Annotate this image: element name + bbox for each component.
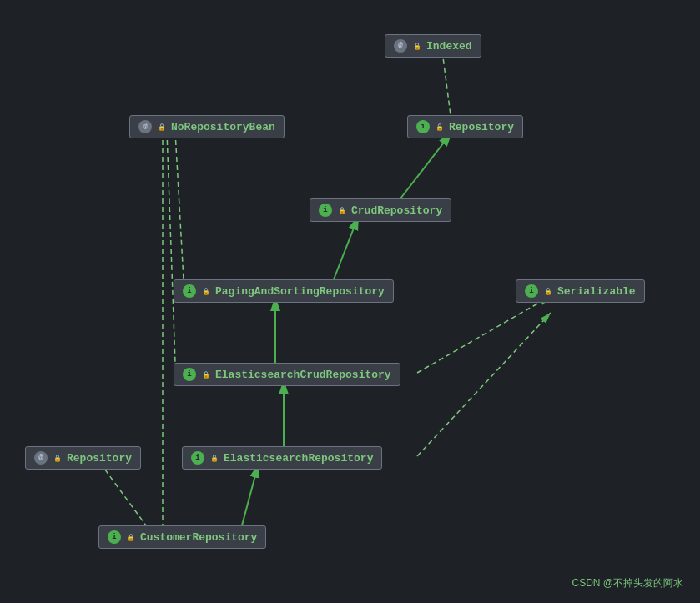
node-elasticsearchcrudrepository: i 🔒 ElasticsearchCrudRepository (174, 363, 400, 386)
node-label-crudrepository: CrudRepository (351, 204, 442, 217)
icon-annotation-crudrepository: i (319, 204, 332, 217)
icon-annotation-elasticsearchcrudrepository: i (183, 368, 196, 381)
lock-icon-indexed: 🔒 (413, 43, 421, 50)
lock-icon-elasticsearchcrudrepository: 🔒 (202, 371, 210, 379)
node-label-elasticsearchcrudrepository: ElasticsearchCrudRepository (215, 369, 391, 381)
node-label-indexed: Indexed (426, 40, 472, 53)
lock-icon-norepositorybean: 🔒 (158, 123, 166, 131)
svg-line-9 (417, 296, 551, 373)
svg-line-5 (175, 132, 184, 279)
node-repository-annotation: @ 🔒 Repository (25, 446, 141, 470)
lock-icon-elasticsearchrepository: 🔒 (210, 455, 219, 462)
icon-annotation-pagingandsortingrepository: i (183, 284, 196, 298)
svg-line-0 (400, 132, 452, 198)
watermark: CSDN @不掉头发的阿水 (572, 576, 683, 590)
lock-icon-repository-ann: 🔒 (53, 455, 62, 462)
node-indexed: @ 🔒 Indexed (385, 34, 481, 58)
node-label-pagingandsortingrepository: PagingAndSortingRepository (215, 285, 385, 298)
node-pagingandsortingrepository: i 🔒 PagingAndSortingRepository (174, 279, 394, 303)
node-label-norepositorybean: NoRepositoryBean (171, 121, 275, 133)
node-crudrepository: i 🔒 CrudRepository (310, 198, 451, 222)
node-label-serializable: Serializable (557, 285, 636, 298)
node-label-elasticsearchrepository: ElasticsearchRepository (224, 452, 373, 465)
lock-icon-crudrepository: 🔒 (338, 207, 346, 214)
node-serializable: i 🔒 Serializable (516, 279, 645, 303)
node-label-repository-ann: Repository (67, 452, 132, 465)
node-label-repository: Repository (449, 121, 514, 133)
icon-annotation-customerrepository: i (108, 530, 121, 544)
node-elasticsearchrepository: i 🔒 ElasticsearchRepository (182, 446, 382, 470)
lock-icon-serializable: 🔒 (544, 288, 552, 295)
icon-annotation-elasticsearchrepository: i (191, 451, 204, 465)
node-customerrepository: i 🔒 CustomerRepository (98, 525, 266, 549)
icon-annotation-indexed: @ (394, 39, 407, 53)
lock-icon-pagingandsortingrepository: 🔒 (202, 288, 210, 295)
lock-icon-repository: 🔒 (436, 123, 444, 131)
node-label-customerrepository: CustomerRepository (140, 531, 257, 544)
node-repository: i 🔒 Repository (407, 115, 523, 138)
icon-annotation-norepositorybean: @ (138, 120, 152, 133)
svg-line-4 (242, 463, 259, 525)
svg-line-8 (442, 51, 451, 115)
svg-line-10 (417, 313, 551, 456)
icon-annotation-repository: i (416, 120, 430, 133)
diagram-container: @ 🔒 Indexed @ 🔒 NoRepositoryBean i 🔒 Rep… (0, 0, 700, 603)
icon-annotation-serializable: i (525, 284, 538, 298)
lock-icon-customerrepository: 🔒 (127, 534, 135, 541)
icon-annotation-repository-ann: @ (34, 451, 48, 465)
node-norepositorybean: @ 🔒 NoRepositoryBean (129, 115, 285, 138)
svg-line-11 (100, 463, 146, 525)
svg-line-1 (334, 215, 359, 279)
svg-line-6 (167, 132, 175, 363)
